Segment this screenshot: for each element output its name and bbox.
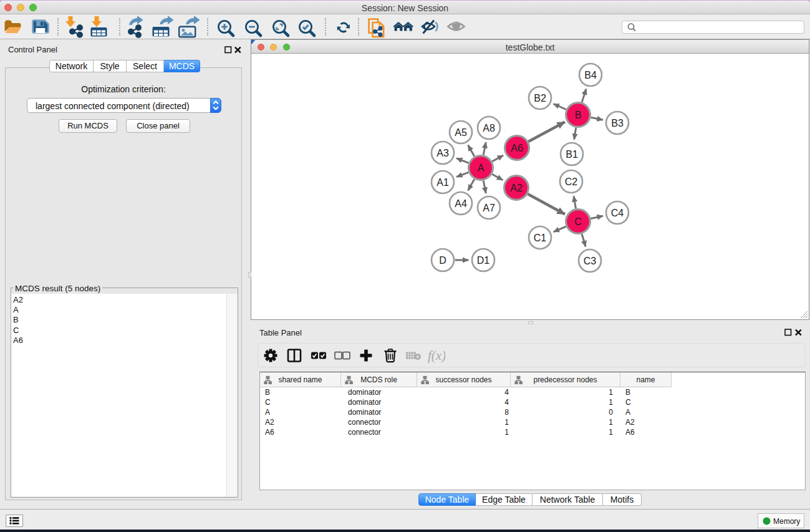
svg-text:B: B — [575, 110, 582, 120]
svg-text:A2: A2 — [510, 183, 523, 193]
svg-text:B1: B1 — [566, 149, 578, 160]
svg-text:C2: C2 — [565, 177, 578, 187]
svg-text:A6: A6 — [511, 143, 523, 153]
svg-text:A3: A3 — [436, 148, 449, 158]
svg-text:B2: B2 — [534, 93, 546, 104]
svg-text:C3: C3 — [584, 256, 597, 266]
svg-text:A4: A4 — [455, 198, 467, 209]
svg-text:B3: B3 — [611, 118, 624, 128]
svg-text:A1: A1 — [436, 177, 449, 188]
svg-text:A7: A7 — [483, 203, 495, 213]
svg-text:D: D — [439, 255, 446, 266]
svg-text:A8: A8 — [483, 123, 495, 133]
svg-text:C4: C4 — [611, 208, 624, 218]
svg-text:C: C — [574, 216, 582, 227]
svg-text:A: A — [478, 163, 485, 173]
svg-text:B4: B4 — [584, 70, 597, 80]
svg-text:D1: D1 — [477, 255, 490, 266]
svg-text:A5: A5 — [455, 127, 467, 138]
svg-text:C1: C1 — [534, 233, 547, 243]
svg-text:f(x): f(x) — [428, 348, 445, 363]
